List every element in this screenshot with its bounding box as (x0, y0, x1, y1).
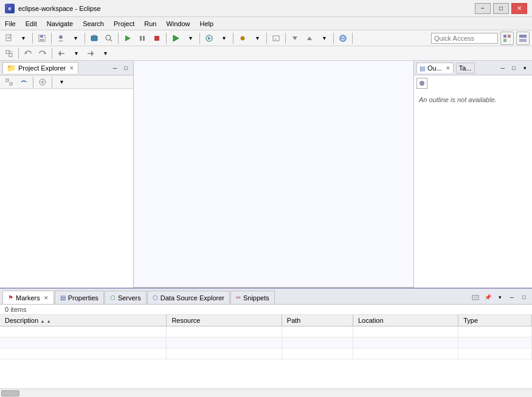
menu-navigate[interactable]: Navigate (42, 17, 78, 30)
table-row[interactable] (0, 348, 532, 359)
menu-project[interactable]: Project (109, 17, 139, 30)
back-dropdown[interactable]: ▾ (69, 47, 83, 60)
run-dropdown[interactable]: ▾ (184, 32, 197, 44)
cell-type (458, 337, 532, 348)
perspective-button[interactable] (500, 32, 514, 45)
menu-edit[interactable]: Edit (21, 17, 42, 30)
svg-rect-15 (154, 36, 159, 41)
outline-maximize-button[interactable]: □ (509, 63, 519, 73)
cell-location (353, 337, 458, 348)
tab-servers[interactable]: ⬡ Servers (105, 291, 147, 304)
menu-file[interactable]: File (0, 17, 21, 30)
ant-dropdown[interactable]: ▾ (250, 32, 264, 44)
new-button[interactable] (2, 32, 16, 44)
prev-annotation-button[interactable] (303, 32, 316, 44)
close-button[interactable]: ✕ (511, 3, 527, 14)
link-editor-button[interactable] (17, 76, 30, 88)
quick-access-input[interactable] (431, 33, 498, 44)
svg-point-7 (59, 35, 63, 39)
project-explorer-tab[interactable]: 📁 Project Explorer ✕ (2, 62, 78, 74)
minimize-bottom-button[interactable]: ─ (506, 292, 517, 303)
redo-button[interactable] (36, 47, 49, 60)
markers-table: Description ▲ Resource Path Location (0, 315, 532, 359)
horizontal-scrollbar[interactable] (0, 388, 532, 397)
svg-marker-16 (173, 35, 179, 41)
cell-type (458, 348, 532, 359)
collapse-all-button[interactable] (2, 47, 16, 60)
project-explorer-controls: ─ □ (110, 63, 131, 73)
external-tools-button[interactable] (202, 32, 216, 44)
open-console-button[interactable] (470, 292, 481, 303)
svg-rect-29 (503, 39, 506, 42)
bottom-panel-controls: 📌 ▾ ─ □ (470, 292, 530, 304)
outline-view-button[interactable] (416, 78, 427, 89)
next-annotation-button[interactable] (288, 32, 302, 44)
forward-button[interactable] (84, 47, 97, 60)
minimize-panel-button[interactable]: ─ (110, 63, 120, 73)
maximize-panel-button[interactable]: □ (121, 63, 131, 73)
window-title: eclipse-workspace - Eclipse (18, 5, 475, 12)
datasource-label: Data Source Explorer (161, 294, 224, 302)
menu-search[interactable]: Search (78, 17, 109, 30)
tab-datasource[interactable]: ⬡ Data Source Explorer (147, 291, 230, 304)
col-resource[interactable]: Resource (167, 315, 282, 326)
back-button[interactable] (55, 47, 68, 60)
outline-minimize-button[interactable]: ─ (498, 63, 508, 73)
view-menu-button[interactable]: ▾ (55, 76, 68, 88)
svg-marker-12 (125, 35, 131, 41)
project-explorer-content[interactable] (0, 89, 133, 288)
minimize-button[interactable]: − (475, 3, 491, 14)
tab-markers[interactable]: ⚑ Markers ✕ (2, 291, 54, 304)
undo-button[interactable] (21, 47, 35, 60)
outline-close[interactable]: ✕ (446, 65, 451, 71)
new-item-button[interactable] (36, 76, 49, 88)
tab-properties[interactable]: ▤ Properties (55, 291, 104, 304)
col-type[interactable]: Type (458, 315, 532, 326)
editor-area[interactable] (134, 61, 413, 288)
table-row[interactable] (0, 337, 532, 348)
menu-window[interactable]: Window (161, 17, 195, 30)
cell-description (0, 337, 167, 348)
debug-config-button[interactable] (88, 32, 101, 44)
annotation-dropdown[interactable]: ▾ (317, 32, 331, 44)
tab-snippets[interactable]: ✂ Snippets (230, 291, 275, 304)
table-row[interactable] (0, 326, 532, 337)
open-type-button[interactable]: J (269, 32, 283, 44)
collapse-tree-button[interactable] (2, 76, 16, 88)
project-explorer-close[interactable]: ✕ (69, 65, 74, 71)
stop-button[interactable] (150, 32, 164, 44)
web-browser-button[interactable] (336, 32, 350, 44)
run-last-button[interactable] (121, 32, 134, 44)
task-list-tab[interactable]: Ta... (456, 63, 475, 74)
col-path[interactable]: Path (282, 315, 353, 326)
pause-button[interactable] (136, 32, 149, 44)
menu-help[interactable]: Help (195, 17, 219, 30)
save-button[interactable] (35, 32, 49, 44)
maximize-bottom-button[interactable]: □ (519, 292, 530, 303)
menu-run[interactable]: Run (139, 17, 161, 30)
col-location[interactable]: Location (353, 315, 458, 326)
items-count: 0 items (0, 305, 532, 315)
sep4 (118, 33, 119, 44)
forward-dropdown[interactable]: ▾ (98, 47, 112, 60)
new-dropdown[interactable]: ▾ (16, 32, 30, 44)
profile-dropdown[interactable]: ▾ (69, 32, 82, 44)
views-button[interactable] (516, 32, 530, 45)
outline-toolbar (414, 75, 532, 91)
properties-icon: ▤ (60, 294, 66, 301)
run-button[interactable] (169, 32, 182, 44)
markers-close[interactable]: ✕ (44, 295, 49, 301)
pin-view-button[interactable]: 📌 (482, 292, 493, 303)
maximize-button[interactable]: □ (493, 3, 509, 14)
profile-button[interactable] (54, 32, 67, 44)
project-explorer-label: Project Explorer (18, 64, 66, 72)
markers-icon: ⚑ (8, 294, 13, 301)
col-description[interactable]: Description ▲ (0, 315, 167, 326)
search-button[interactable] (102, 32, 116, 44)
external-tools-dropdown[interactable]: ▾ (217, 32, 230, 44)
scrollbar-thumb[interactable] (1, 390, 19, 396)
ant-button[interactable] (236, 32, 249, 44)
view-menu-bottom-button[interactable]: ▾ (494, 292, 505, 303)
outline-menu-button[interactable]: ▾ (520, 63, 530, 73)
outline-tab[interactable]: ▤ Ou... ✕ (416, 63, 454, 73)
